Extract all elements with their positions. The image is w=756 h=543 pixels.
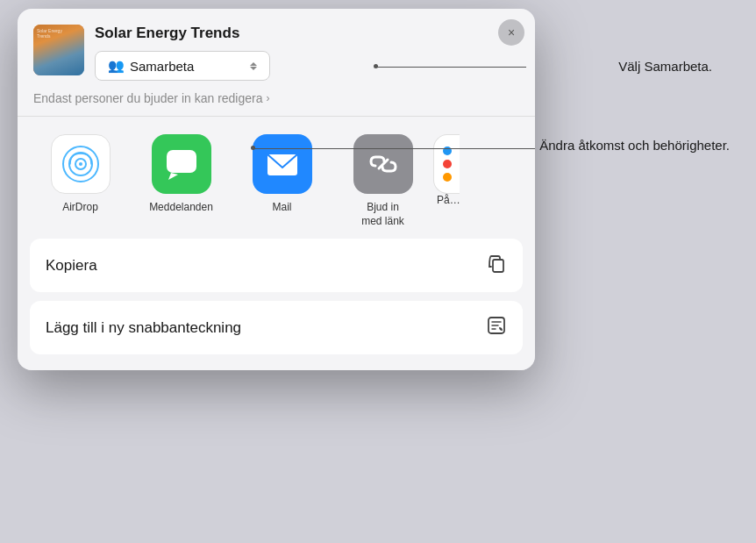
action-buttons: Kopiera Lägg till i ny snabbanteckning bbox=[18, 239, 535, 370]
annotation-line-2 bbox=[254, 148, 535, 149]
access-chevron-icon: › bbox=[267, 92, 270, 104]
chevron-up-icon bbox=[250, 62, 257, 66]
dot-red bbox=[443, 160, 452, 168]
quicknote-button[interactable]: Lägg till i ny snabbanteckning bbox=[30, 301, 523, 354]
annotation-velj-text: Välj Samarbeta. bbox=[618, 59, 712, 74]
svg-marker-5 bbox=[168, 173, 178, 180]
svg-point-3 bbox=[79, 162, 82, 166]
copy-svg bbox=[486, 253, 507, 274]
svg-rect-7 bbox=[493, 260, 503, 272]
copy-icon bbox=[486, 253, 507, 278]
messages-icon-bg bbox=[152, 134, 211, 194]
messages-label: Meddelanden bbox=[149, 201, 213, 215]
svg-rect-4 bbox=[167, 150, 196, 173]
annotation-andra-text: Ändra åtkomst och behörigheter. bbox=[539, 138, 730, 153]
people-icon: 👥 bbox=[108, 58, 125, 74]
quicknote-label: Lägg till i ny snabbanteckning bbox=[46, 319, 241, 337]
more-icon-bg bbox=[433, 134, 460, 194]
copy-label: Kopiera bbox=[46, 257, 97, 275]
annotation-line-1 bbox=[377, 67, 526, 68]
divider bbox=[18, 116, 535, 117]
dot-orange bbox=[443, 173, 452, 182]
chevron-down-icon bbox=[250, 67, 257, 70]
scene: Solar EnergyTrends Solar Energy Trends 👥… bbox=[0, 0, 756, 543]
dot-1 bbox=[374, 64, 378, 68]
access-info[interactable]: Endast personer du bjuder in kan rediger… bbox=[18, 81, 535, 112]
copy-button[interactable]: Kopiera bbox=[30, 239, 523, 292]
invite-svg bbox=[364, 145, 403, 183]
dot-2 bbox=[251, 146, 255, 150]
collaborate-button[interactable]: 👥 Samarbeta bbox=[95, 51, 270, 81]
messages-svg bbox=[162, 145, 201, 183]
thumbnail: Solar EnergyTrends bbox=[33, 25, 84, 75]
share-panel: Solar EnergyTrends Solar Energy Trends 👥… bbox=[18, 9, 535, 370]
close-icon: × bbox=[508, 25, 515, 39]
close-button[interactable]: × bbox=[498, 19, 524, 46]
invite-label: Bjud inmed länk bbox=[361, 201, 404, 228]
airdrop-svg bbox=[61, 145, 100, 183]
panel-header: Solar EnergyTrends Solar Energy Trends 👥… bbox=[18, 9, 535, 81]
mail-svg bbox=[263, 145, 302, 183]
mail-label: Mail bbox=[272, 201, 291, 215]
apps-row: AirDrop Meddelanden bbox=[18, 120, 535, 239]
more-label: På… bbox=[433, 194, 460, 208]
invite-icon-bg bbox=[353, 134, 413, 194]
collaborate-label: Samarbeta bbox=[130, 59, 194, 74]
quicknote-svg bbox=[486, 315, 507, 336]
header-content: Solar Energy Trends 👥 Samarbeta bbox=[95, 25, 519, 81]
annotation-andra: Ändra åtkomst och behörigheter. bbox=[539, 136, 730, 156]
mail-icon-bg bbox=[253, 134, 312, 194]
thumbnail-image: Solar EnergyTrends bbox=[33, 25, 84, 75]
access-text: Endast personer du bjuder in kan rediger… bbox=[33, 91, 263, 105]
file-title: Solar Energy Trends bbox=[95, 25, 519, 42]
airdrop-label: AirDrop bbox=[62, 201, 98, 215]
annotation-velj: Välj Samarbeta. bbox=[618, 57, 712, 75]
quicknote-icon bbox=[486, 315, 507, 340]
thumbnail-text: Solar EnergyTrends bbox=[37, 28, 62, 39]
app-item-messages[interactable]: Meddelanden bbox=[131, 134, 232, 228]
more-dots bbox=[438, 134, 457, 194]
airdrop-icon-bg bbox=[51, 134, 111, 194]
app-item-airdrop[interactable]: AirDrop bbox=[30, 134, 131, 228]
chevron-updown-icon bbox=[250, 62, 257, 70]
